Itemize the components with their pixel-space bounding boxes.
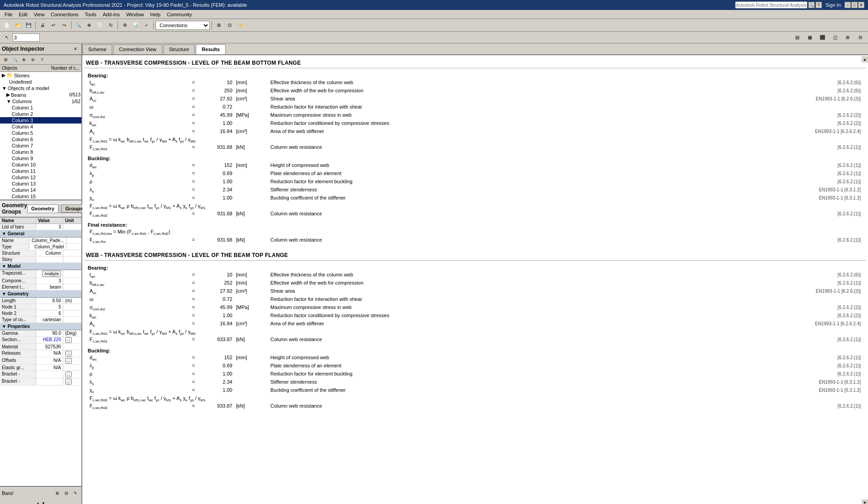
tb2-r6[interactable]: ⊟	[854, 33, 866, 43]
tb2-r3[interactable]: ⬛	[816, 33, 828, 43]
tree-objects-model[interactable]: ▼ Objects of a model	[0, 85, 81, 91]
tb2-1[interactable]: ↖	[2, 33, 12, 43]
menu-tools[interactable]: Tools	[82, 11, 99, 18]
tree-column-7[interactable]: Column 7	[0, 143, 81, 149]
tree-columns[interactable]: ▼ Columns 1/62	[0, 98, 81, 105]
sign-in-label[interactable]: Sign In	[826, 2, 841, 8]
panel-toolbar: ⊞ 🔍 ⊕ ⊘ ?	[0, 55, 81, 65]
panel-close-btn[interactable]: ✕	[71, 45, 80, 52]
tab-connection-view[interactable]: Connection View	[113, 44, 162, 54]
help-btn[interactable]: ?	[816, 2, 822, 8]
tree-column-13[interactable]: Column 13	[0, 181, 81, 187]
tree-column-9[interactable]: Column 9	[0, 155, 81, 162]
menu-addins[interactable]: Add-Ins	[100, 11, 123, 18]
tb-select[interactable]: ⊕	[84, 20, 94, 30]
tb-redo[interactable]: ↪	[59, 20, 69, 30]
tree-column-3[interactable]: Column 3	[0, 117, 81, 124]
row-omega-1: ω = 0.72 Reduction factor for interactio…	[86, 104, 864, 112]
section-btn[interactable]: ...	[65, 337, 72, 343]
bars-btn2[interactable]: ⊟	[62, 489, 71, 497]
tb-snap[interactable]: ⊡	[225, 20, 235, 30]
panel-tb-3[interactable]: ⊕	[20, 56, 28, 63]
menu-connections[interactable]: Connections	[48, 11, 81, 18]
bracket2-btn[interactable]: ...	[65, 379, 72, 385]
row-fcwcrd2-val-2: Fc,wc,Rd2 = 933.87 [kN] Column web resis…	[86, 403, 864, 411]
section-2-heading: WEB - TRANSVERSE COMPRESSION - LEVEL OF …	[84, 249, 866, 261]
prop-element-row: Element t... beam	[0, 284, 81, 290]
tb-measure[interactable]: 📏	[236, 20, 245, 30]
tb-new[interactable]: 📄	[2, 20, 12, 30]
menu-file[interactable]: File	[2, 11, 15, 18]
tb-grid[interactable]: ⊞	[214, 20, 224, 30]
prop-gamma-row: Gamma 90.0 (Deg)	[0, 330, 81, 337]
menu-window[interactable]: Window	[123, 11, 146, 18]
tb2-r2[interactable]: ▦	[804, 33, 816, 43]
restore-btn[interactable]: □	[851, 2, 858, 8]
row-avc-2: Avc = 27.92 [cm²] Shear area EN1993-1-1 …	[86, 288, 864, 296]
tree-column-12[interactable]: Column 12	[0, 174, 81, 181]
tree-column-14[interactable]: Column 14	[0, 187, 81, 193]
tree-column-5[interactable]: Column 5	[0, 130, 81, 136]
bracket1-btn[interactable]: ...	[65, 371, 72, 377]
tb-undo[interactable]: ↩	[48, 20, 58, 30]
tb-view3d[interactable]: ⬜	[95, 20, 105, 30]
tb2-r1[interactable]: ▤	[791, 33, 803, 43]
panel-tb-2[interactable]: 🔍	[11, 56, 19, 63]
tab-geometry[interactable]: Geometry	[27, 204, 58, 213]
tree-column-6[interactable]: Column 6	[0, 136, 81, 143]
panel-tb-4[interactable]: ⊘	[29, 56, 37, 63]
scroll-up-btn[interactable]: ▲	[862, 56, 868, 62]
tree-column-11[interactable]: Column 11	[0, 168, 81, 174]
panel-tb-1[interactable]: ⊞	[2, 56, 10, 63]
menu-view[interactable]: View	[31, 11, 47, 18]
tb2-r5[interactable]: ⊞	[842, 33, 854, 43]
tab-structure[interactable]: Structure	[163, 44, 195, 54]
search-btn[interactable]: 🔍	[808, 2, 815, 8]
bars-btn1[interactable]: ⊞	[53, 489, 61, 497]
close-btn[interactable]: ✕	[858, 2, 864, 8]
menu-community[interactable]: Community	[164, 11, 195, 18]
search-input[interactable]	[735, 1, 807, 9]
tb-settings[interactable]: ⚙	[120, 20, 130, 30]
section-model[interactable]: ▼ Model	[0, 263, 81, 270]
tree-column-10[interactable]: Column 10	[0, 162, 81, 168]
tree-column-15[interactable]: Column 15	[0, 193, 81, 200]
tb-results[interactable]: 📊	[131, 20, 141, 30]
menu-help[interactable]: Help	[147, 11, 163, 18]
menu-edit[interactable]: Edit	[16, 11, 30, 18]
tb-print[interactable]: 🖨	[38, 20, 47, 30]
analyze-btn[interactable]: Analyze	[42, 271, 61, 277]
bars-btn3[interactable]: ✎	[71, 489, 80, 497]
tab-results[interactable]: Results	[196, 44, 226, 54]
connections-dropdown[interactable]: Connections	[156, 21, 210, 30]
scroll-down-btn[interactable]: ▼	[862, 499, 868, 504]
tree-column-4[interactable]: Column 4	[0, 124, 81, 130]
tree-item-label: Beams	[11, 92, 26, 98]
tree-column-8[interactable]: Column 8	[0, 149, 81, 155]
geometry-groups-header[interactable]: Geometry Groups Geometry Groups	[0, 200, 81, 218]
tb-save[interactable]: 💾	[24, 20, 33, 30]
tb-rotate[interactable]: ↻	[106, 20, 116, 30]
tree-undefined[interactable]: Undefined	[0, 79, 81, 85]
section-properties[interactable]: ▼ Properties	[0, 323, 81, 330]
minimize-btn[interactable]: −	[844, 2, 851, 8]
resize-up[interactable]: ▲	[35, 500, 41, 504]
row-as-1: As = 16.84 [cm²] Area of the web stiffen…	[86, 128, 864, 136]
releases-btn[interactable]: ...	[65, 351, 72, 357]
tb-check[interactable]: ✓	[142, 20, 151, 30]
tree-column-1[interactable]: Column 1	[0, 105, 81, 111]
tb2-r4[interactable]: ◫	[829, 33, 841, 43]
tab-scheme[interactable]: Scheme	[82, 44, 112, 54]
tb2-input[interactable]	[13, 33, 40, 42]
section-general[interactable]: ▼ General	[0, 230, 81, 238]
resize-down[interactable]: ▼	[41, 500, 46, 504]
tree-column-2[interactable]: Column 2	[0, 111, 81, 117]
results-content[interactable]: ▲ WEB - TRANSVERSE COMPRESSION - LEVEL O…	[82, 55, 868, 504]
tb-zoom[interactable]: 🔍	[73, 20, 83, 30]
tree-beams[interactable]: ▶ Beams 0/513	[0, 91, 81, 98]
section-geometry[interactable]: ▼ Geometry	[0, 290, 81, 298]
tree-stories[interactable]: ▶ 📁 Stories	[0, 72, 81, 79]
panel-tb-5[interactable]: ?	[38, 56, 46, 63]
tb-open[interactable]: 📂	[13, 20, 23, 30]
offsets-btn[interactable]: ...	[65, 358, 72, 364]
